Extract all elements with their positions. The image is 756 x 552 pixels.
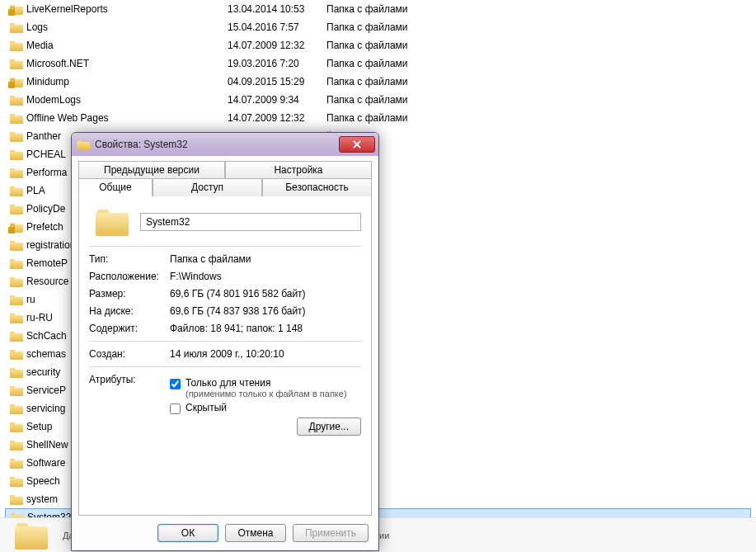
folder-icon	[96, 208, 129, 236]
folder-icon	[10, 186, 23, 196]
file-name: security	[26, 366, 60, 378]
dialog-button-row: ОК Отмена Применить	[78, 516, 372, 545]
location-value: F:\Windows	[170, 271, 361, 282]
file-name: Resource	[26, 276, 68, 287]
tab-security[interactable]: Безопасность	[262, 178, 372, 196]
file-row[interactable]: Microsoft.NET19.03.2016 7:20Папка с файл…	[5, 54, 751, 73]
file-name: Media	[26, 40, 54, 51]
file-name: schemas	[26, 348, 66, 360]
tab-settings[interactable]: Настройка	[225, 161, 372, 178]
readonly-checkbox[interactable]	[170, 379, 181, 389]
contains-value: Файлов: 18 941; папок: 1 148	[170, 323, 361, 334]
folder-icon	[10, 440, 23, 451]
file-name: Speech	[26, 475, 60, 487]
file-type: Папка с файлами	[326, 40, 442, 51]
folder-icon	[15, 521, 48, 550]
file-name: ShellNew	[26, 439, 68, 451]
ok-button[interactable]: ОК	[157, 524, 218, 542]
cancel-button[interactable]: Отмена	[225, 524, 286, 542]
tab-content-general: Тип:Папка с файлами Расположение:F:\Wind…	[78, 196, 372, 516]
folder-icon	[10, 240, 23, 251]
folder-icon	[10, 276, 23, 287]
file-type: Папка с файлами	[326, 21, 442, 33]
folder-icon	[10, 476, 23, 487]
file-name: ServiceP	[26, 385, 66, 396]
file-name: RemoteP	[26, 257, 68, 269]
file-date: 04.09.2015 15:29	[228, 76, 326, 87]
tab-previous-versions[interactable]: Предыдущие версии	[78, 161, 225, 178]
file-name: PLA	[26, 185, 45, 196]
file-name: Microsoft.NET	[26, 58, 89, 69]
file-row[interactable]: LiveKernelReports13.04.2014 10:53Папка с…	[5, 0, 751, 18]
file-row[interactable]: ModemLogs14.07.2009 9:34Папка с файлами	[5, 91, 751, 109]
file-name: SchCach	[26, 330, 67, 342]
file-row[interactable]: Minidump04.09.2015 15:29Папка с файлами	[5, 73, 751, 91]
folder-icon	[10, 167, 23, 178]
properties-dialog: Свойства: System32 Предыдущие версии Нас…	[71, 132, 379, 551]
file-type: Папка с файлами	[326, 76, 442, 87]
readonly-label: Только для чтения	[185, 377, 347, 389]
close-button[interactable]	[339, 136, 375, 153]
folder-icon	[10, 95, 23, 106]
file-date: 14.07.2009 12:32	[228, 40, 326, 51]
title-bar[interactable]: Свойства: System32	[72, 133, 378, 156]
tab-general[interactable]: Общие	[78, 178, 153, 196]
file-name: Offline Web Pages	[26, 112, 109, 124]
file-name: Setup	[26, 421, 52, 432]
folder-icon	[10, 222, 23, 233]
file-date: 14.07.2009 12:32	[228, 112, 326, 124]
file-name: Prefetch	[26, 221, 63, 233]
file-name: Logs	[26, 21, 48, 33]
type-value: Папка с файлами	[170, 253, 361, 265]
tab-access[interactable]: Доступ	[153, 178, 262, 196]
folder-name-input[interactable]	[140, 213, 361, 231]
file-name: ModemLogs	[26, 94, 81, 106]
file-name: PolicyDe	[26, 203, 65, 215]
file-row[interactable]: Logs15.04.2016 7:57Папка с файлами	[5, 18, 751, 36]
file-name: Panther	[26, 130, 61, 142]
file-date: 19.03.2016 7:20	[228, 58, 326, 69]
folder-icon	[10, 40, 23, 51]
attributes-label: Атрибуты:	[89, 374, 170, 385]
folder-icon	[77, 139, 90, 150]
hidden-checkbox[interactable]	[170, 403, 181, 414]
folder-icon	[10, 258, 23, 269]
folder-icon	[10, 403, 23, 414]
file-type: Папка с файлами	[326, 94, 442, 106]
file-date: 15.04.2016 7:57	[228, 21, 326, 33]
folder-icon	[10, 22, 23, 33]
file-name: ru	[26, 294, 35, 305]
file-name: Minidump	[26, 76, 69, 87]
file-date: 14.07.2009 9:34	[228, 94, 326, 106]
created-value: 14 июля 2009 г., 10:20:10	[170, 348, 361, 360]
hidden-label: Скрытый	[185, 402, 227, 413]
folder-icon	[10, 113, 23, 124]
file-type: Папка с файлами	[326, 112, 442, 124]
file-row[interactable]: Media14.07.2009 12:32Папка с файлами	[5, 36, 751, 54]
folder-icon	[10, 385, 23, 396]
folder-icon	[10, 59, 23, 69]
file-name: registration	[26, 239, 75, 251]
readonly-note: (применимо только к файлам в папке)	[185, 389, 347, 399]
folder-icon	[10, 313, 23, 323]
folder-icon	[10, 4, 23, 15]
dialog-title: Свойства: System32	[95, 139, 334, 150]
folder-icon	[10, 458, 23, 469]
apply-button[interactable]: Применить	[293, 524, 369, 542]
file-name: Performa	[26, 167, 67, 178]
file-name: LiveKernelReports	[26, 3, 108, 15]
other-attributes-button[interactable]: Другие...	[297, 418, 361, 436]
dialog-body: Предыдущие версии Настройка Общие Доступ…	[72, 156, 378, 550]
folder-icon	[10, 422, 23, 432]
file-name: system	[26, 493, 58, 505]
lock-icon	[8, 227, 15, 234]
file-name: ru-RU	[26, 312, 53, 323]
file-row[interactable]: Offline Web Pages14.07.2009 12:32Папка с…	[5, 109, 751, 127]
status-text-right: ии	[379, 531, 389, 540]
folder-icon	[10, 77, 23, 87]
created-label: Создан:	[89, 348, 170, 360]
lock-icon	[8, 82, 15, 88]
file-type: Папка с файлами	[326, 3, 442, 15]
ondisk-value: 69,6 ГБ (74 837 938 176 байт)	[170, 305, 361, 317]
folder-icon	[10, 494, 23, 505]
